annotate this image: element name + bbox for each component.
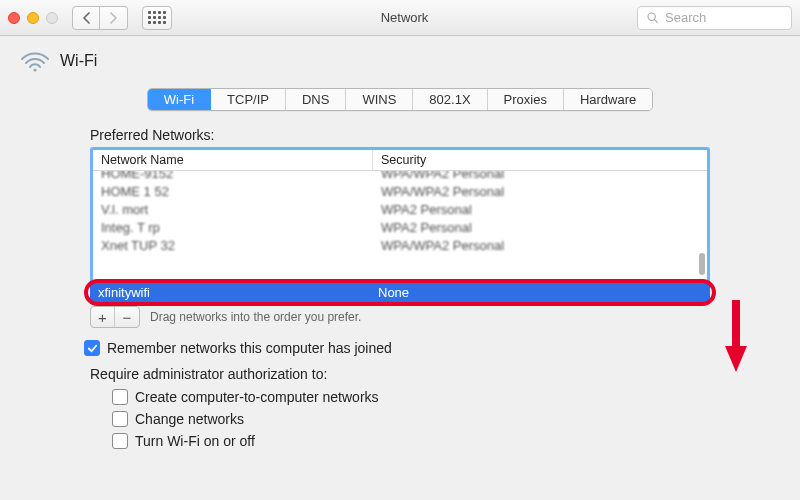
list-item[interactable]: V.l. mort WPA2 Personal xyxy=(93,201,707,219)
scroll-thumb[interactable] xyxy=(699,253,705,275)
search-icon xyxy=(646,11,659,24)
checkbox-icon xyxy=(112,389,128,405)
scrollbar[interactable] xyxy=(699,173,705,279)
close-window-icon[interactable] xyxy=(8,12,20,24)
wifi-icon xyxy=(20,50,50,72)
tab-tcpip[interactable]: TCP/IP xyxy=(211,89,286,110)
down-arrow-annotation xyxy=(725,300,747,372)
require-create-network-label: Create computer-to-computer networks xyxy=(135,386,379,408)
preferred-networks-group: Network Name Security HOME-9152 WPA/WPA2… xyxy=(90,147,710,302)
require-toggle-wifi-label: Turn Wi-Fi on or off xyxy=(135,430,255,452)
require-change-networks-checkbox[interactable]: Change networks xyxy=(112,408,710,430)
checkbox-icon xyxy=(84,340,100,356)
list-item[interactable]: HOME-9152 WPA/WPA2 Personal xyxy=(93,171,707,183)
preferred-networks-list[interactable]: Network Name Security HOME-9152 WPA/WPA2… xyxy=(90,147,710,284)
selected-network-name: xfinitywifi xyxy=(90,285,370,300)
svg-point-2 xyxy=(33,68,36,71)
list-item[interactable]: HOME 1 52 WPA/WPA2 Personal xyxy=(93,183,707,201)
column-security[interactable]: Security xyxy=(373,150,707,170)
zoom-window-icon xyxy=(46,12,58,24)
titlebar: Network Search xyxy=(0,0,800,36)
page-title: Wi-Fi xyxy=(60,52,97,70)
svg-rect-3 xyxy=(732,300,740,348)
require-auth-label: Require administrator authorization to: xyxy=(90,366,710,382)
list-body[interactable]: HOME-9152 WPA/WPA2 Personal HOME 1 52 WP… xyxy=(93,171,707,281)
checkbox-icon xyxy=(112,411,128,427)
remember-networks-checkbox[interactable]: Remember networks this computer has join… xyxy=(84,340,704,356)
preferred-networks-label: Preferred Networks: xyxy=(90,127,710,143)
pane-header: Wi-Fi xyxy=(0,36,800,84)
selected-network-security: None xyxy=(370,285,710,300)
list-item[interactable]: Xnet TUP 32 WPA/WPA2 Personal xyxy=(93,237,707,255)
search-input[interactable]: Search xyxy=(637,6,792,30)
tab-proxies[interactable]: Proxies xyxy=(488,89,564,110)
minimize-window-icon[interactable] xyxy=(27,12,39,24)
list-item[interactable]: Integ. T rp WPA2 Personal xyxy=(93,219,707,237)
traffic-lights xyxy=(8,12,58,24)
add-remove-bar: + − Drag networks into the order you pre… xyxy=(90,306,710,328)
drag-hint: Drag networks into the order you prefer. xyxy=(150,310,361,324)
require-change-networks-label: Change networks xyxy=(135,408,244,430)
svg-line-1 xyxy=(655,20,658,23)
add-remove-buttons: + − xyxy=(90,306,140,328)
tab-hardware[interactable]: Hardware xyxy=(564,89,652,110)
plus-icon: + xyxy=(98,309,107,326)
show-all-button[interactable] xyxy=(142,6,172,30)
add-network-button[interactable]: + xyxy=(91,307,115,327)
tab-8021x[interactable]: 802.1X xyxy=(413,89,487,110)
window-title: Network xyxy=(180,10,629,25)
forward-button[interactable] xyxy=(100,6,128,30)
tabs-bar: Wi-Fi TCP/IP DNS WINS 802.1X Proxies Har… xyxy=(0,88,800,111)
list-header: Network Name Security xyxy=(93,150,707,171)
selected-network-row[interactable]: xfinitywifi None xyxy=(90,283,710,302)
remove-network-button[interactable]: − xyxy=(115,307,139,327)
main-content: Preferred Networks: Network Name Securit… xyxy=(0,113,800,452)
checkbox-icon xyxy=(112,433,128,449)
grid-icon xyxy=(148,11,166,24)
nav-buttons xyxy=(72,6,128,30)
column-network-name[interactable]: Network Name xyxy=(93,150,373,170)
minus-icon: − xyxy=(123,309,132,326)
tab-wifi[interactable]: Wi-Fi xyxy=(148,89,211,110)
tab-dns[interactable]: DNS xyxy=(286,89,346,110)
remember-networks-label: Remember networks this computer has join… xyxy=(107,340,392,356)
require-toggle-wifi-checkbox[interactable]: Turn Wi-Fi on or off xyxy=(112,430,710,452)
back-button[interactable] xyxy=(72,6,100,30)
search-placeholder: Search xyxy=(665,10,706,25)
require-create-network-checkbox[interactable]: Create computer-to-computer networks xyxy=(112,386,710,408)
require-auth-options: Create computer-to-computer networks Cha… xyxy=(112,386,710,452)
tab-wins[interactable]: WINS xyxy=(346,89,413,110)
